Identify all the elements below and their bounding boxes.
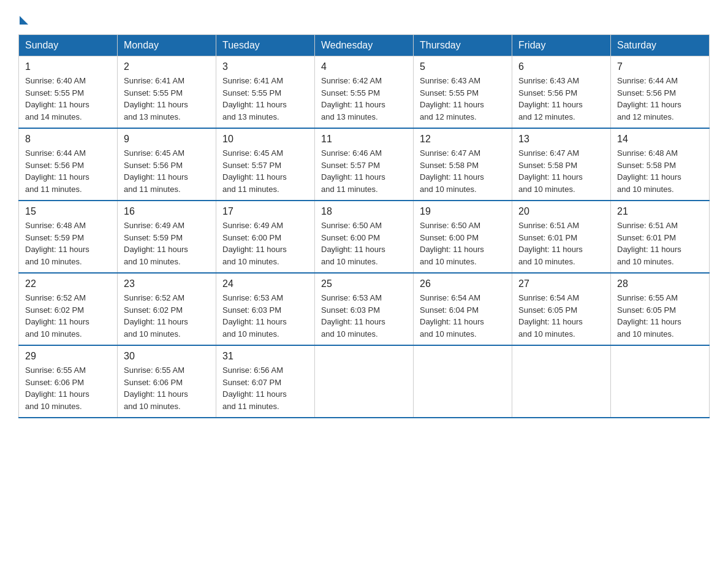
day-number: 31 <box>222 351 308 362</box>
calendar-cell: 27 Sunrise: 6:54 AM Sunset: 6:05 PM Dayl… <box>512 273 611 345</box>
day-number: 27 <box>518 278 604 289</box>
week-row-2: 8 Sunrise: 6:44 AM Sunset: 5:56 PM Dayli… <box>19 128 710 201</box>
day-number: 22 <box>25 278 111 289</box>
day-info: Sunrise: 6:55 AM Sunset: 6:05 PM Dayligh… <box>617 292 703 340</box>
day-number: 11 <box>321 134 407 145</box>
day-number: 16 <box>124 206 210 217</box>
calendar-cell: 20 Sunrise: 6:51 AM Sunset: 6:01 PM Dayl… <box>512 201 611 273</box>
day-info: Sunrise: 6:50 AM Sunset: 6:00 PM Dayligh… <box>420 220 506 267</box>
calendar-cell: 4 Sunrise: 6:42 AM Sunset: 5:55 PM Dayli… <box>315 56 414 129</box>
logo-arrow-icon <box>20 16 28 25</box>
header-wednesday: Wednesday <box>315 35 414 56</box>
week-row-3: 15 Sunrise: 6:48 AM Sunset: 5:59 PM Dayl… <box>19 201 710 273</box>
day-info: Sunrise: 6:54 AM Sunset: 6:04 PM Dayligh… <box>420 292 506 340</box>
day-info: Sunrise: 6:41 AM Sunset: 5:55 PM Dayligh… <box>124 75 210 123</box>
calendar-cell <box>611 345 710 418</box>
logo <box>18 12 28 22</box>
day-number: 25 <box>321 278 407 289</box>
day-number: 2 <box>124 61 210 72</box>
day-info: Sunrise: 6:45 AM Sunset: 5:56 PM Dayligh… <box>124 147 210 195</box>
day-number: 12 <box>420 134 506 145</box>
day-number: 4 <box>321 61 407 72</box>
calendar-cell: 16 Sunrise: 6:49 AM Sunset: 5:59 PM Dayl… <box>118 201 216 273</box>
calendar-cell: 22 Sunrise: 6:52 AM Sunset: 6:02 PM Dayl… <box>19 273 118 345</box>
day-info: Sunrise: 6:56 AM Sunset: 6:07 PM Dayligh… <box>222 364 308 412</box>
day-info: Sunrise: 6:51 AM Sunset: 6:01 PM Dayligh… <box>617 220 703 267</box>
header-sunday: Sunday <box>19 35 118 56</box>
day-info: Sunrise: 6:54 AM Sunset: 6:05 PM Dayligh… <box>518 292 604 340</box>
day-info: Sunrise: 6:45 AM Sunset: 5:57 PM Dayligh… <box>222 147 308 195</box>
day-info: Sunrise: 6:53 AM Sunset: 6:03 PM Dayligh… <box>321 292 407 340</box>
day-number: 18 <box>321 206 407 217</box>
day-info: Sunrise: 6:40 AM Sunset: 5:55 PM Dayligh… <box>25 75 111 123</box>
calendar-cell: 25 Sunrise: 6:53 AM Sunset: 6:03 PM Dayl… <box>315 273 414 345</box>
day-number: 26 <box>420 278 506 289</box>
day-number: 8 <box>25 134 111 145</box>
calendar-cell: 13 Sunrise: 6:47 AM Sunset: 5:58 PM Dayl… <box>512 128 611 201</box>
calendar-cell: 17 Sunrise: 6:49 AM Sunset: 6:00 PM Dayl… <box>216 201 315 273</box>
calendar-cell: 24 Sunrise: 6:53 AM Sunset: 6:03 PM Dayl… <box>216 273 315 345</box>
calendar-cell: 26 Sunrise: 6:54 AM Sunset: 6:04 PM Dayl… <box>414 273 512 345</box>
calendar-cell: 11 Sunrise: 6:46 AM Sunset: 5:57 PM Dayl… <box>315 128 414 201</box>
day-number: 9 <box>124 134 210 145</box>
header-row: SundayMondayTuesdayWednesdayThursdayFrid… <box>19 35 710 56</box>
day-info: Sunrise: 6:47 AM Sunset: 5:58 PM Dayligh… <box>518 147 604 195</box>
day-info: Sunrise: 6:49 AM Sunset: 5:59 PM Dayligh… <box>124 220 210 267</box>
calendar-cell: 6 Sunrise: 6:43 AM Sunset: 5:56 PM Dayli… <box>512 56 611 129</box>
day-info: Sunrise: 6:52 AM Sunset: 6:02 PM Dayligh… <box>25 292 111 340</box>
calendar-cell: 29 Sunrise: 6:55 AM Sunset: 6:06 PM Dayl… <box>19 345 118 418</box>
calendar-cell: 12 Sunrise: 6:47 AM Sunset: 5:58 PM Dayl… <box>414 128 512 201</box>
day-info: Sunrise: 6:44 AM Sunset: 5:56 PM Dayligh… <box>617 75 703 123</box>
day-number: 21 <box>617 206 703 217</box>
calendar-cell: 7 Sunrise: 6:44 AM Sunset: 5:56 PM Dayli… <box>611 56 710 129</box>
day-info: Sunrise: 6:55 AM Sunset: 6:06 PM Dayligh… <box>124 364 210 412</box>
header-friday: Friday <box>512 35 611 56</box>
calendar-cell: 15 Sunrise: 6:48 AM Sunset: 5:59 PM Dayl… <box>19 201 118 273</box>
day-info: Sunrise: 6:42 AM Sunset: 5:55 PM Dayligh… <box>321 75 407 123</box>
week-row-4: 22 Sunrise: 6:52 AM Sunset: 6:02 PM Dayl… <box>19 273 710 345</box>
day-info: Sunrise: 6:55 AM Sunset: 6:06 PM Dayligh… <box>25 364 111 412</box>
day-number: 3 <box>222 61 308 72</box>
header-monday: Monday <box>118 35 216 56</box>
calendar-cell: 21 Sunrise: 6:51 AM Sunset: 6:01 PM Dayl… <box>611 201 710 273</box>
day-number: 5 <box>420 61 506 72</box>
calendar-cell: 10 Sunrise: 6:45 AM Sunset: 5:57 PM Dayl… <box>216 128 315 201</box>
header-tuesday: Tuesday <box>216 35 315 56</box>
day-info: Sunrise: 6:43 AM Sunset: 5:56 PM Dayligh… <box>518 75 604 123</box>
calendar-cell: 31 Sunrise: 6:56 AM Sunset: 6:07 PM Dayl… <box>216 345 315 418</box>
day-info: Sunrise: 6:47 AM Sunset: 5:58 PM Dayligh… <box>420 147 506 195</box>
week-row-1: 1 Sunrise: 6:40 AM Sunset: 5:55 PM Dayli… <box>19 56 710 129</box>
day-info: Sunrise: 6:51 AM Sunset: 6:01 PM Dayligh… <box>518 220 604 267</box>
calendar-cell: 23 Sunrise: 6:52 AM Sunset: 6:02 PM Dayl… <box>118 273 216 345</box>
logo-top <box>18 12 28 25</box>
calendar-cell: 5 Sunrise: 6:43 AM Sunset: 5:55 PM Dayli… <box>414 56 512 129</box>
calendar-cell: 8 Sunrise: 6:44 AM Sunset: 5:56 PM Dayli… <box>19 128 118 201</box>
calendar-cell <box>315 345 414 418</box>
calendar-cell: 14 Sunrise: 6:48 AM Sunset: 5:58 PM Dayl… <box>611 128 710 201</box>
day-number: 13 <box>518 134 604 145</box>
calendar-cell: 2 Sunrise: 6:41 AM Sunset: 5:55 PM Dayli… <box>118 56 216 129</box>
day-info: Sunrise: 6:48 AM Sunset: 5:59 PM Dayligh… <box>25 220 111 267</box>
day-info: Sunrise: 6:48 AM Sunset: 5:58 PM Dayligh… <box>617 147 703 195</box>
calendar-body: 1 Sunrise: 6:40 AM Sunset: 5:55 PM Dayli… <box>19 56 710 418</box>
day-info: Sunrise: 6:52 AM Sunset: 6:02 PM Dayligh… <box>124 292 210 340</box>
week-row-5: 29 Sunrise: 6:55 AM Sunset: 6:06 PM Dayl… <box>19 345 710 418</box>
day-info: Sunrise: 6:53 AM Sunset: 6:03 PM Dayligh… <box>222 292 308 340</box>
calendar-cell: 19 Sunrise: 6:50 AM Sunset: 6:00 PM Dayl… <box>414 201 512 273</box>
day-number: 14 <box>617 134 703 145</box>
day-info: Sunrise: 6:46 AM Sunset: 5:57 PM Dayligh… <box>321 147 407 195</box>
day-number: 19 <box>420 206 506 217</box>
day-number: 7 <box>617 61 703 72</box>
day-number: 17 <box>222 206 308 217</box>
calendar-cell: 30 Sunrise: 6:55 AM Sunset: 6:06 PM Dayl… <box>118 345 216 418</box>
day-number: 24 <box>222 278 308 289</box>
day-number: 23 <box>124 278 210 289</box>
day-number: 6 <box>518 61 604 72</box>
day-number: 1 <box>25 61 111 72</box>
calendar-header: SundayMondayTuesdayWednesdayThursdayFrid… <box>19 35 710 56</box>
page-header <box>18 12 710 22</box>
calendar-cell: 3 Sunrise: 6:41 AM Sunset: 5:55 PM Dayli… <box>216 56 315 129</box>
calendar-cell <box>512 345 611 418</box>
day-info: Sunrise: 6:43 AM Sunset: 5:55 PM Dayligh… <box>420 75 506 123</box>
day-info: Sunrise: 6:41 AM Sunset: 5:55 PM Dayligh… <box>222 75 308 123</box>
